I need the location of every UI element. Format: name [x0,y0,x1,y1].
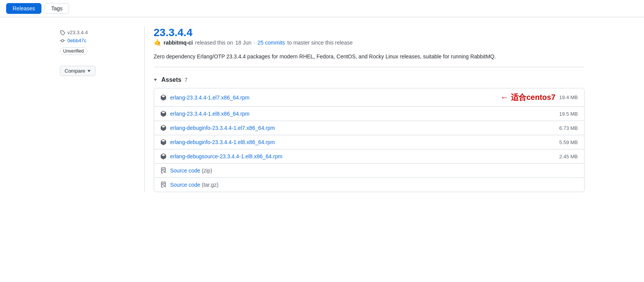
compare-button[interactable]: Compare [60,66,96,76]
asset-link-debuginfo-el8-rpm[interactable]: erlang-debuginfo-23.3.4.4-1.el8.x86_64.r… [170,139,556,145]
tag-label: v23.3.4.4 [68,30,88,35]
assets-label: Assets [161,76,181,83]
package-icon [160,111,166,117]
release-separator: · [254,40,255,46]
asset-row: erlang-debuginfo-23.3.4.4-1.el7.x86_64.r… [154,121,584,135]
unverified-badge-wrapper: Unverified [60,47,135,60]
commits-suffix: to master since this release [287,40,352,46]
asset-size-debugsource-rpm: 2.45 MB [559,154,578,159]
sidebar-divider [144,27,145,192]
asset-link-el7-rpm[interactable]: erlang-23.3.4.4-1.el7.x86_64.rpm [170,95,497,101]
asset-row: erlang-23.3.4.4-1.el8.x86_64.rpm 19.5 MB [154,107,584,121]
compare-button-label: Compare [65,68,85,74]
assets-collapse-icon [154,79,157,81]
source-code-icon [160,168,166,174]
package-icon [160,95,166,101]
asset-link-debuginfo-el7-rpm[interactable]: erlang-debuginfo-23.3.4.4-1.el7.x86_64.r… [170,125,556,131]
release-meta: 🤙 rabbitmq-ci released this on 18 Jun · … [154,39,585,46]
asset-link-debugsource-rpm[interactable]: erlang-debugsource-23.3.4.4-1.el8.x86_64… [170,153,556,159]
assets-count: 7 [184,77,188,83]
arrow-icon: ← [500,93,509,103]
release-author: rabbitmq-ci [164,40,193,46]
asset-size-el8-rpm: 19.5 MB [559,111,578,117]
asset-size-debuginfo-el7-rpm: 6.73 MB [559,125,578,131]
asset-link-source-targz[interactable]: Source code (tar.gz) [170,182,574,188]
asset-row: Source code (zip) [154,164,584,178]
asset-size-debuginfo-el8-rpm: 5.59 MB [559,139,578,145]
tag-reference: v23.3.4.4 [60,30,135,35]
centos7-annotation: ← 适合centos7 [500,92,555,103]
compare-chevron-icon [87,70,91,72]
top-tabs-bar: Releases Tags [0,0,644,17]
assets-header[interactable]: Assets 7 [154,76,585,83]
asset-row: erlang-23.3.4.4-1.el7.x86_64.rpm ← 适合cen… [154,88,584,107]
centos7-label: 适合centos7 [511,92,555,103]
tags-tab[interactable]: Tags [44,3,69,14]
package-icon [160,125,166,131]
release-sidebar: v23.3.4.4 0ebb47c Unverified Compare [60,27,144,192]
source-code-icon [160,182,166,188]
assets-list: erlang-23.3.4.4-1.el7.x86_64.rpm ← 适合cen… [154,88,585,192]
asset-row: Source code (tar.gz) [154,178,584,192]
commit-icon [60,38,65,43]
asset-link-el8-rpm[interactable]: erlang-23.3.4.4-1.el8.x86_64.rpm [170,111,556,117]
tag-icon [60,30,65,35]
release-content: 23.3.4.4 🤙 rabbitmq-ci released this on … [154,27,585,192]
release-title[interactable]: 23.3.4.4 [154,27,193,38]
release-date: 18 Jun [236,40,252,46]
asset-size-el7-rpm: 19.4 MB [559,95,578,100]
asset-row: erlang-debuginfo-23.3.4.4-1.el8.x86_64.r… [154,135,584,149]
unverified-badge[interactable]: Unverified [60,47,87,55]
release-description: Zero dependency Erlang/OTP 23.3.4.4 pack… [154,52,585,67]
commits-link[interactable]: 25 commits [258,40,285,46]
asset-link-source-zip[interactable]: Source code (zip) [170,168,574,174]
main-content: v23.3.4.4 0ebb47c Unverified Compare 23.… [54,17,591,201]
commit-hash-link[interactable]: 0ebb47c [68,38,87,43]
package-icon [160,139,166,145]
author-emoji: 🤙 [154,39,161,46]
commit-reference: 0ebb47c [60,38,135,43]
release-released-text: released this on [195,40,233,46]
package-icon [160,153,166,159]
asset-row: erlang-debugsource-23.3.4.4-1.el8.x86_64… [154,149,584,164]
releases-tab[interactable]: Releases [6,3,41,14]
